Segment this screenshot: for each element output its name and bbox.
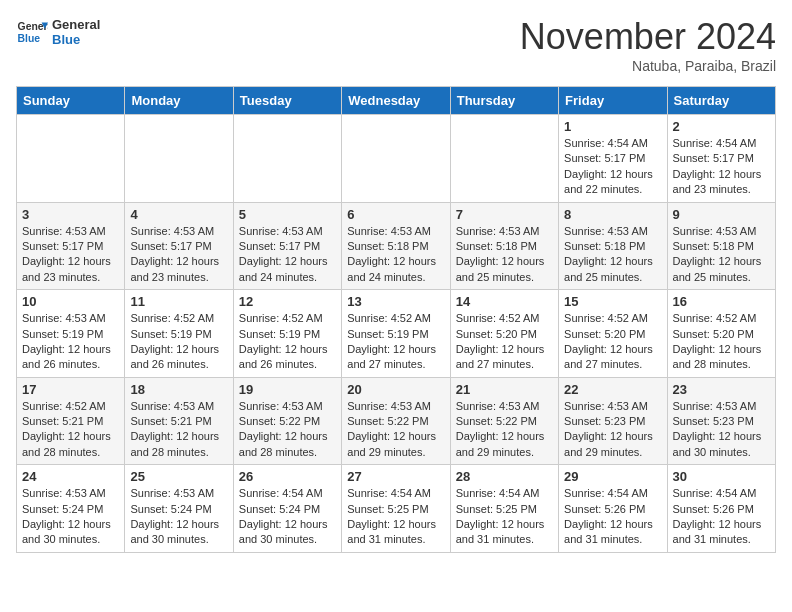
day-info: Sunrise: 4:54 AM Sunset: 5:24 PM Dayligh… — [239, 486, 336, 548]
day-number: 18 — [130, 382, 227, 397]
calendar-table: SundayMondayTuesdayWednesdayThursdayFrid… — [16, 86, 776, 553]
day-number: 29 — [564, 469, 661, 484]
calendar-cell: 6Sunrise: 4:53 AM Sunset: 5:18 PM Daylig… — [342, 202, 450, 290]
day-number: 5 — [239, 207, 336, 222]
day-info: Sunrise: 4:52 AM Sunset: 5:20 PM Dayligh… — [456, 311, 553, 373]
calendar-cell: 25Sunrise: 4:53 AM Sunset: 5:24 PM Dayli… — [125, 465, 233, 553]
day-info: Sunrise: 4:53 AM Sunset: 5:22 PM Dayligh… — [456, 399, 553, 461]
day-number: 23 — [673, 382, 770, 397]
day-number: 28 — [456, 469, 553, 484]
calendar-cell — [125, 115, 233, 203]
calendar-cell — [17, 115, 125, 203]
calendar-week-row: 17Sunrise: 4:52 AM Sunset: 5:21 PM Dayli… — [17, 377, 776, 465]
calendar-cell: 8Sunrise: 4:53 AM Sunset: 5:18 PM Daylig… — [559, 202, 667, 290]
day-number: 4 — [130, 207, 227, 222]
day-number: 25 — [130, 469, 227, 484]
day-number: 15 — [564, 294, 661, 309]
day-info: Sunrise: 4:54 AM Sunset: 5:17 PM Dayligh… — [673, 136, 770, 198]
calendar-cell: 26Sunrise: 4:54 AM Sunset: 5:24 PM Dayli… — [233, 465, 341, 553]
month-title: November 2024 — [520, 16, 776, 58]
calendar-cell: 3Sunrise: 4:53 AM Sunset: 5:17 PM Daylig… — [17, 202, 125, 290]
day-number: 24 — [22, 469, 119, 484]
calendar-week-row: 10Sunrise: 4:53 AM Sunset: 5:19 PM Dayli… — [17, 290, 776, 378]
calendar-week-row: 24Sunrise: 4:53 AM Sunset: 5:24 PM Dayli… — [17, 465, 776, 553]
day-info: Sunrise: 4:52 AM Sunset: 5:19 PM Dayligh… — [130, 311, 227, 373]
day-info: Sunrise: 4:52 AM Sunset: 5:20 PM Dayligh… — [673, 311, 770, 373]
calendar-cell: 21Sunrise: 4:53 AM Sunset: 5:22 PM Dayli… — [450, 377, 558, 465]
day-info: Sunrise: 4:52 AM Sunset: 5:21 PM Dayligh… — [22, 399, 119, 461]
day-number: 1 — [564, 119, 661, 134]
calendar-cell: 10Sunrise: 4:53 AM Sunset: 5:19 PM Dayli… — [17, 290, 125, 378]
calendar-cell: 20Sunrise: 4:53 AM Sunset: 5:22 PM Dayli… — [342, 377, 450, 465]
day-info: Sunrise: 4:53 AM Sunset: 5:18 PM Dayligh… — [456, 224, 553, 286]
day-info: Sunrise: 4:52 AM Sunset: 5:19 PM Dayligh… — [239, 311, 336, 373]
logo-icon: General Blue — [16, 16, 48, 48]
logo-general-text: General — [52, 17, 100, 32]
day-info: Sunrise: 4:53 AM Sunset: 5:19 PM Dayligh… — [22, 311, 119, 373]
day-number: 3 — [22, 207, 119, 222]
day-info: Sunrise: 4:52 AM Sunset: 5:20 PM Dayligh… — [564, 311, 661, 373]
day-info: Sunrise: 4:54 AM Sunset: 5:26 PM Dayligh… — [564, 486, 661, 548]
calendar-cell: 4Sunrise: 4:53 AM Sunset: 5:17 PM Daylig… — [125, 202, 233, 290]
calendar-cell: 18Sunrise: 4:53 AM Sunset: 5:21 PM Dayli… — [125, 377, 233, 465]
calendar-cell: 11Sunrise: 4:52 AM Sunset: 5:19 PM Dayli… — [125, 290, 233, 378]
day-number: 12 — [239, 294, 336, 309]
day-number: 16 — [673, 294, 770, 309]
calendar-cell — [233, 115, 341, 203]
calendar-cell: 28Sunrise: 4:54 AM Sunset: 5:25 PM Dayli… — [450, 465, 558, 553]
day-number: 22 — [564, 382, 661, 397]
calendar-cell: 16Sunrise: 4:52 AM Sunset: 5:20 PM Dayli… — [667, 290, 775, 378]
day-info: Sunrise: 4:54 AM Sunset: 5:25 PM Dayligh… — [456, 486, 553, 548]
day-number: 30 — [673, 469, 770, 484]
calendar-cell: 9Sunrise: 4:53 AM Sunset: 5:18 PM Daylig… — [667, 202, 775, 290]
day-info: Sunrise: 4:54 AM Sunset: 5:25 PM Dayligh… — [347, 486, 444, 548]
calendar-cell: 15Sunrise: 4:52 AM Sunset: 5:20 PM Dayli… — [559, 290, 667, 378]
day-number: 9 — [673, 207, 770, 222]
calendar-cell — [450, 115, 558, 203]
calendar-day-header: Friday — [559, 87, 667, 115]
calendar-day-header: Monday — [125, 87, 233, 115]
day-info: Sunrise: 4:53 AM Sunset: 5:18 PM Dayligh… — [347, 224, 444, 286]
calendar-header-row: SundayMondayTuesdayWednesdayThursdayFrid… — [17, 87, 776, 115]
calendar-cell: 22Sunrise: 4:53 AM Sunset: 5:23 PM Dayli… — [559, 377, 667, 465]
title-block: November 2024 Natuba, Paraiba, Brazil — [520, 16, 776, 74]
day-number: 11 — [130, 294, 227, 309]
calendar-cell — [342, 115, 450, 203]
day-info: Sunrise: 4:53 AM Sunset: 5:24 PM Dayligh… — [130, 486, 227, 548]
calendar-week-row: 1Sunrise: 4:54 AM Sunset: 5:17 PM Daylig… — [17, 115, 776, 203]
day-number: 6 — [347, 207, 444, 222]
day-number: 10 — [22, 294, 119, 309]
calendar-cell: 7Sunrise: 4:53 AM Sunset: 5:18 PM Daylig… — [450, 202, 558, 290]
calendar-day-header: Saturday — [667, 87, 775, 115]
calendar-cell: 23Sunrise: 4:53 AM Sunset: 5:23 PM Dayli… — [667, 377, 775, 465]
calendar-cell: 30Sunrise: 4:54 AM Sunset: 5:26 PM Dayli… — [667, 465, 775, 553]
day-number: 14 — [456, 294, 553, 309]
calendar-cell: 5Sunrise: 4:53 AM Sunset: 5:17 PM Daylig… — [233, 202, 341, 290]
calendar-week-row: 3Sunrise: 4:53 AM Sunset: 5:17 PM Daylig… — [17, 202, 776, 290]
calendar-cell: 2Sunrise: 4:54 AM Sunset: 5:17 PM Daylig… — [667, 115, 775, 203]
calendar-day-header: Wednesday — [342, 87, 450, 115]
svg-text:Blue: Blue — [18, 33, 41, 44]
day-info: Sunrise: 4:53 AM Sunset: 5:22 PM Dayligh… — [239, 399, 336, 461]
calendar-cell: 27Sunrise: 4:54 AM Sunset: 5:25 PM Dayli… — [342, 465, 450, 553]
calendar-cell: 14Sunrise: 4:52 AM Sunset: 5:20 PM Dayli… — [450, 290, 558, 378]
calendar-day-header: Thursday — [450, 87, 558, 115]
calendar-cell: 24Sunrise: 4:53 AM Sunset: 5:24 PM Dayli… — [17, 465, 125, 553]
day-info: Sunrise: 4:53 AM Sunset: 5:22 PM Dayligh… — [347, 399, 444, 461]
location: Natuba, Paraiba, Brazil — [520, 58, 776, 74]
logo-blue-text: Blue — [52, 32, 100, 47]
day-info: Sunrise: 4:53 AM Sunset: 5:21 PM Dayligh… — [130, 399, 227, 461]
day-info: Sunrise: 4:53 AM Sunset: 5:24 PM Dayligh… — [22, 486, 119, 548]
day-number: 26 — [239, 469, 336, 484]
calendar-cell: 29Sunrise: 4:54 AM Sunset: 5:26 PM Dayli… — [559, 465, 667, 553]
day-number: 7 — [456, 207, 553, 222]
day-number: 19 — [239, 382, 336, 397]
day-number: 20 — [347, 382, 444, 397]
day-info: Sunrise: 4:53 AM Sunset: 5:17 PM Dayligh… — [130, 224, 227, 286]
day-info: Sunrise: 4:53 AM Sunset: 5:23 PM Dayligh… — [564, 399, 661, 461]
calendar-cell: 12Sunrise: 4:52 AM Sunset: 5:19 PM Dayli… — [233, 290, 341, 378]
calendar-day-header: Sunday — [17, 87, 125, 115]
day-info: Sunrise: 4:52 AM Sunset: 5:19 PM Dayligh… — [347, 311, 444, 373]
day-info: Sunrise: 4:53 AM Sunset: 5:17 PM Dayligh… — [22, 224, 119, 286]
day-number: 21 — [456, 382, 553, 397]
